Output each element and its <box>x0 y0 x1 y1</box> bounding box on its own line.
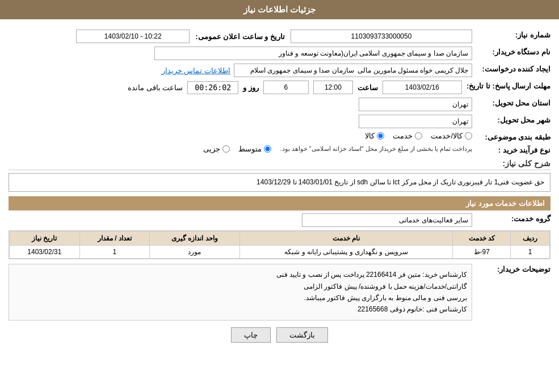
deadline-time-input[interactable] <box>313 81 353 94</box>
desc-line: گارانتی/خدمات/هزینه حمل با فروشنده/ پیش … <box>14 281 467 292</box>
category-radio-khedmat[interactable]: خدمت <box>393 132 422 140</box>
col-code: کد خدمت <box>453 231 511 246</box>
city-label: شهر محل تحویل: <box>477 115 550 124</box>
need-number-label: شماره نیاز: <box>477 29 550 39</box>
need-number-input[interactable] <box>291 29 472 43</box>
desc-line: کارشناس خرید: متین فر 22166414 پرداخت پس… <box>14 269 467 280</box>
buyer-desc-box: کارشناس خرید: متین فر 22166414 پرداخت پس… <box>9 264 472 321</box>
cell-row: 1 <box>511 246 550 259</box>
table-row: 1 97-ط سرویس و نگهداری و پشتیبانی رایانه… <box>10 246 550 259</box>
city-input[interactable] <box>359 115 472 128</box>
col-name: نام خدمت <box>239 231 453 246</box>
deadline-date-input[interactable] <box>383 81 462 94</box>
col-count: تعداد / مقدار <box>79 231 150 246</box>
remaining-time-input[interactable] <box>187 81 238 94</box>
label-kala-khedmat: کالا/خدمت <box>431 132 463 140</box>
category-radio-kala[interactable]: کالا <box>365 132 384 140</box>
purchase-radio-jozii[interactable]: جزیی <box>203 145 230 153</box>
need-desc-value: حق عضویت فنی1 تار فیبرنوری تاریک از محل … <box>257 178 544 186</box>
cell-code: 97-ط <box>453 246 511 259</box>
services-table-container: ردیف کد خدمت نام خدمت واحد اندازه گیری ت… <box>9 230 550 259</box>
back-button[interactable]: بازگشت <box>276 327 328 343</box>
category-radio-kala-khedmat[interactable]: کالا/خدمت <box>431 132 472 140</box>
desc-line: بررسی فنی و مالی منوط به بارگزاری پیش فا… <box>14 292 467 304</box>
print-button[interactable]: چاپ <box>231 327 271 343</box>
buttons-row: بازگشت چاپ <box>9 327 550 343</box>
label-jozii: جزیی <box>203 145 220 153</box>
province-label: استان محل تحویل: <box>477 98 550 107</box>
cell-count: 1 <box>79 246 150 259</box>
col-row: ردیف <box>511 231 550 246</box>
contact-info-link[interactable]: اطلاعات تماس خریدار <box>162 66 230 75</box>
col-unit: واحد اندازه گیری <box>150 231 239 246</box>
purchase-type-note: پرداخت تمام یا بخشی از مبلغ خریداز محل "… <box>280 145 472 153</box>
purchase-type-label: نوع فرآیند خرید : <box>477 145 550 154</box>
cell-name: سرویس و نگهداری و پشتیبانی رایانه و شبکه <box>239 246 453 259</box>
page-header: جزئیات اطلاعات نیاز <box>0 0 559 19</box>
radio-kala[interactable] <box>377 132 384 140</box>
creator-label: ایجاد کننده درخواست: <box>477 64 550 73</box>
buyer-desc-label: توضیحات خریدار: <box>477 264 550 273</box>
announce-date-input[interactable] <box>76 29 190 43</box>
creator-input[interactable] <box>234 64 472 77</box>
deadline-days-input[interactable] <box>263 81 309 94</box>
page-title: جزئیات اطلاعات نیاز <box>243 5 316 14</box>
time-label: ساعت <box>358 83 378 92</box>
radio-khedmat[interactable] <box>415 132 422 140</box>
service-group-label: گروه خدمت: <box>477 213 550 223</box>
services-section-title: اطلاعات خدمات مورد نیاز <box>9 196 550 210</box>
services-table: ردیف کد خدمت نام خدمت واحد اندازه گیری ت… <box>9 231 550 259</box>
purchase-type-radio-group: پرداخت تمام یا بخشی از مبلغ خریداز محل "… <box>9 145 472 153</box>
need-desc-section-title: شرح کلی نیاز: <box>9 159 550 170</box>
cell-date: 1403/02/31 <box>10 246 80 259</box>
remaining-label: ساعت باقی مانده <box>128 83 183 92</box>
category-radio-group: کالا/خدمت خدمت کالا <box>9 132 472 140</box>
days-label: روز و <box>243 83 259 92</box>
radio-mutavasset[interactable] <box>264 145 271 153</box>
label-kala: کالا <box>365 132 375 140</box>
radio-kala-khedmat[interactable] <box>465 132 472 140</box>
category-label: طبقه بندی موضوعی: <box>477 132 550 141</box>
purchase-radio-mutavasset[interactable]: متوسط <box>238 145 271 153</box>
label-khedmat: خدمت <box>393 132 413 140</box>
buyer-input[interactable] <box>154 47 472 60</box>
deadline-label: مهلت ارسال پاسخ: تا تاریخ: <box>466 81 550 90</box>
col-date: تاریخ نیاز <box>10 231 80 246</box>
buyer-label: نام دستگاه خریدار: <box>477 47 550 56</box>
announce-label: تاریخ و ساعت اعلان عمومی: <box>195 32 285 41</box>
radio-jozii[interactable] <box>222 145 230 153</box>
province-input[interactable] <box>359 98 472 111</box>
service-group-input[interactable] <box>302 213 472 227</box>
need-desc-box: حق عضویت فنی1 تار فیبرنوری تاریک از محل … <box>9 173 550 192</box>
cell-unit: مورد <box>150 246 239 259</box>
label-mutavasset: متوسط <box>238 145 262 153</box>
desc-line: کارشناس فنی :خانوم ذوقی 22165668 <box>14 304 467 315</box>
